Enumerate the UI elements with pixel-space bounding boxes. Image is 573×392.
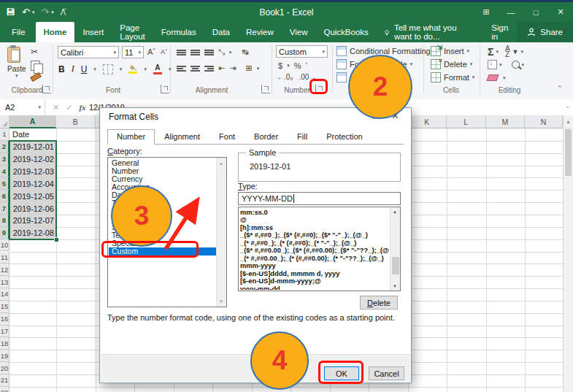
- align-right-icon[interactable]: [204, 65, 214, 72]
- wrap-text-icon[interactable]: ↹: [242, 47, 248, 57]
- enter-entry-icon[interactable]: ✓: [66, 103, 72, 112]
- copy-icon[interactable]: [31, 61, 40, 71]
- category-item-custom[interactable]: Custom: [109, 247, 216, 255]
- cancel-button[interactable]: Cancel: [369, 366, 404, 380]
- name-box[interactable]: A2 ▾: [0, 100, 45, 115]
- cell-a2[interactable]: 2019-12-01: [10, 141, 56, 153]
- align-left-icon[interactable]: [177, 65, 186, 72]
- row-header-9[interactable]: 9: [0, 227, 9, 239]
- dialog-tab-number[interactable]: Number: [107, 129, 155, 145]
- row-header-21[interactable]: 21: [0, 374, 9, 387]
- borders-icon[interactable]: [103, 64, 113, 74]
- format-code-item[interactable]: _($* #,##0_);_($* (#,##0);_($* "-"_);_(@…: [240, 231, 389, 239]
- category-item-currency[interactable]: Currency: [109, 175, 216, 183]
- dialog-tab-border[interactable]: Border: [245, 129, 288, 145]
- select-all-corner[interactable]: [0, 115, 9, 128]
- alignment-dialog-launcher[interactable]: [261, 85, 270, 93]
- codes-scroll-up-icon[interactable]: ▲: [391, 207, 399, 216]
- underline-button[interactable]: U: [81, 64, 88, 74]
- font-name-combo[interactable]: Calibri▾: [58, 46, 119, 58]
- clear-icon[interactable]: [486, 74, 499, 81]
- column-header-a[interactable]: A: [9, 115, 56, 128]
- format-code-item[interactable]: _(* #,##0.00_);_(* (#,##0.00);_(* "-"??_…: [240, 255, 389, 262]
- sort-filter-icon[interactable]: AZ: [505, 46, 510, 58]
- scrollbar-thumb[interactable]: [565, 129, 572, 176]
- codes-scroll-down-icon[interactable]: ▼: [391, 282, 399, 291]
- grow-font-icon[interactable]: Aˆ: [147, 47, 155, 56]
- font-dialog-launcher[interactable]: [161, 85, 169, 93]
- cell-a9[interactable]: 2019-12-08: [10, 227, 56, 239]
- align-bottom-icon[interactable]: [204, 49, 214, 55]
- ribbon-tab-insert[interactable]: Insert: [74, 22, 112, 42]
- minimize-icon[interactable]: —: [499, 2, 523, 22]
- paste-button[interactable]: Paste ▾: [7, 47, 26, 79]
- number-format-combo[interactable]: Custom▾: [276, 45, 328, 58]
- cell-a4[interactable]: 2019-12-03: [10, 166, 56, 178]
- collapse-ribbon-icon[interactable]: ⌃: [557, 85, 563, 92]
- row-header-20[interactable]: 20: [0, 362, 9, 374]
- row-header-17[interactable]: 17: [0, 326, 9, 338]
- format-code-item[interactable]: _(* #,##0_);_(* (#,##0);_(* "-"_);_(@_): [240, 239, 389, 247]
- ribbon-tab-file[interactable]: File: [1, 22, 36, 42]
- orientation-icon[interactable]: ⤡: [218, 47, 225, 57]
- increase-indent-icon[interactable]: ⇥: [229, 64, 236, 73]
- category-item-number[interactable]: Number: [109, 167, 216, 175]
- accounting-format-icon[interactable]: $: [278, 61, 282, 70]
- category-item-general[interactable]: General: [109, 159, 216, 167]
- format-cells-button[interactable]: Format▾: [431, 72, 474, 82]
- row-header-14[interactable]: 14: [0, 288, 9, 301]
- format-code-item[interactable]: [$-en-US]d-mmm-yyyy;@: [240, 277, 389, 285]
- row-header-22[interactable]: 22: [0, 387, 9, 392]
- percent-style-icon[interactable]: %: [294, 61, 301, 70]
- format-code-item[interactable]: mmm-yyyy: [240, 262, 389, 269]
- dialog-tab-font[interactable]: Font: [209, 129, 245, 145]
- name-box-dropdown-icon[interactable]: ▾: [38, 104, 41, 110]
- ribbon-tab-view[interactable]: View: [282, 22, 316, 42]
- number-dialog-launcher[interactable]: [315, 85, 324, 93]
- ribbon-tab-page-layout[interactable]: Page Layout: [112, 22, 153, 42]
- bold-button[interactable]: B: [58, 64, 65, 74]
- dialog-tab-alignment[interactable]: Alignment: [155, 129, 209, 145]
- format-code-item[interactable]: mm:ss.0: [240, 209, 389, 216]
- dialog-tab-fill[interactable]: Fill: [288, 129, 317, 145]
- ribbon-tab-data[interactable]: Data: [204, 22, 238, 42]
- fill-color-icon[interactable]: [128, 64, 137, 74]
- selection-fill-handle[interactable]: [54, 237, 59, 242]
- row-header-7[interactable]: 7: [0, 202, 9, 215]
- cancel-entry-icon[interactable]: ✕: [53, 103, 59, 112]
- row-header-13[interactable]: 13: [0, 276, 9, 288]
- cell-a3[interactable]: 2019-12-02: [10, 153, 56, 166]
- format-code-item[interactable]: @: [240, 216, 389, 223]
- format-codes-list[interactable]: mm:ss.0@[h]:mm:ss_($* #,##0_);_($* (#,##…: [238, 207, 401, 291]
- cell-a8[interactable]: 2019-12-07: [10, 215, 56, 227]
- cell-a7[interactable]: 2019-12-06: [10, 202, 56, 215]
- row-header-15[interactable]: 15: [0, 301, 9, 313]
- insert-function-icon[interactable]: fx: [79, 103, 85, 112]
- row-header-8[interactable]: 8: [0, 215, 9, 227]
- ribbon-display-options-icon[interactable]: ⊞: [474, 2, 499, 22]
- row-header-6[interactable]: 6: [0, 190, 9, 202]
- comma-style-icon[interactable]: ’: [305, 61, 307, 70]
- vertical-scrollbar[interactable]: ▲: [563, 115, 573, 392]
- category-scrollbar[interactable]: ▲ ▼: [216, 158, 226, 307]
- share-button[interactable]: Share: [517, 22, 573, 42]
- format-code-item[interactable]: _($* #,##0.00_);_($* (#,##0.00);_($* "-"…: [240, 247, 389, 254]
- format-codes-scrollbar[interactable]: ▲ ▼: [390, 207, 400, 291]
- insert-cells-button[interactable]: ⇲ Insert▾: [431, 46, 469, 56]
- format-code-item[interactable]: [h]:mm:ss: [240, 224, 389, 231]
- ribbon-tab-home[interactable]: Home: [36, 22, 75, 42]
- find-select-icon[interactable]: [512, 61, 520, 69]
- ribbon-tab-review[interactable]: Review: [238, 22, 282, 42]
- cut-icon[interactable]: ✂: [31, 47, 38, 57]
- shrink-font-icon[interactable]: Aˇ: [161, 48, 167, 55]
- cell-a1[interactable]: Date: [10, 128, 56, 141]
- row-header-19[interactable]: 19: [0, 350, 9, 362]
- merge-center-icon[interactable]: ⊞: [245, 64, 252, 73]
- column-header-k[interactable]: K: [408, 115, 447, 128]
- cell-styles-button[interactable]: [337, 72, 347, 82]
- autosum-icon[interactable]: Σ: [488, 46, 493, 58]
- italic-button[interactable]: I: [72, 64, 74, 74]
- row-header-18[interactable]: 18: [0, 337, 9, 350]
- tell-me-box[interactable]: Tell me what you want to do...: [377, 22, 482, 42]
- align-top-icon[interactable]: [177, 49, 186, 55]
